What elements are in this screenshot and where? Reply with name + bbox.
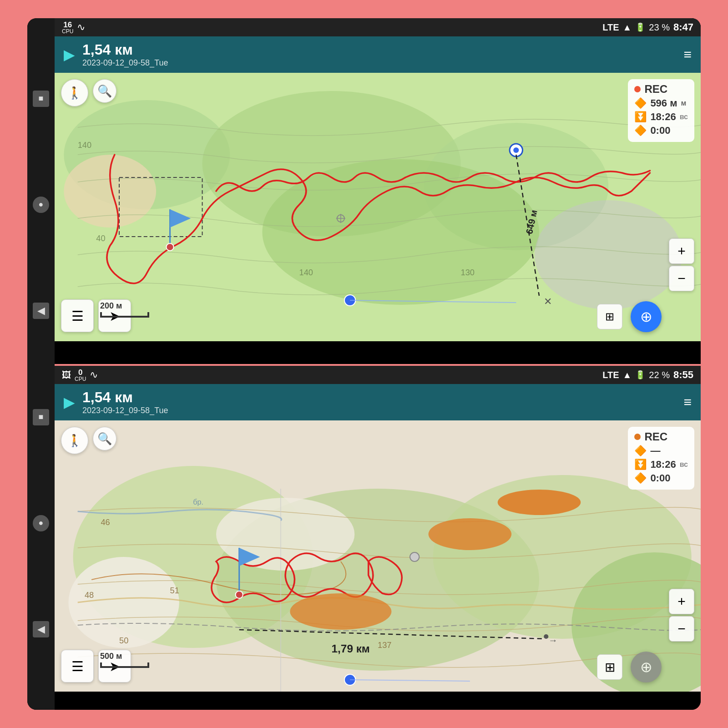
svg-text:140: 140 (78, 141, 91, 150)
map-bottom[interactable]: 48 50 51 137 46 бр. (55, 420, 701, 692)
dist-dash-bottom: — (650, 445, 660, 457)
nav-arrow-icon-bottom: ▶ (64, 394, 75, 411)
svg-point-42 (429, 518, 512, 550)
circle-button-2[interactable]: ● (33, 515, 49, 531)
time-value-top: 18:26 (650, 111, 676, 123)
bottom-screen: 🖼 0 CPU ∿ LTE ▲ 🔋 22 % 8:55 ▶ 1,54 км (55, 366, 701, 710)
date-bottom: 2023-09-12_09-58_Tue (82, 406, 168, 415)
scale-bar-top: 200 м (100, 301, 149, 318)
map-controls-tl: 🚶 🔍 (61, 79, 116, 106)
lte-label-bottom: LTE (602, 370, 619, 380)
svg-point-14 (166, 243, 173, 251)
app-header-bottom: ▶ 1,54 км 2023-09-12_09-58_Tue ≡ (55, 384, 701, 420)
status-bar-bottom: 🖼 0 CPU ∿ LTE ▲ 🔋 22 % 8:55 (55, 366, 701, 384)
svg-text:137: 137 (378, 641, 391, 650)
map-svg-top: 140 140 40 130 (55, 73, 701, 341)
lte-label: LTE (602, 22, 619, 33)
cpu-indicator: 16 CPU (62, 21, 73, 34)
battery-icon: 🔋 (635, 22, 645, 32)
distance-top: 1,54 км (82, 41, 168, 58)
zoom-out-btn-bottom[interactable]: − (669, 616, 694, 642)
back-button[interactable]: ◀ (33, 303, 49, 319)
header-menu-btn[interactable]: ≡ (683, 47, 692, 62)
time-icon-top: ⏬ (634, 111, 647, 123)
zoom-controls-bottom: + − (669, 589, 694, 642)
map-svg-bottom: 48 50 51 137 46 бр. (55, 420, 701, 692)
image-icon: 🖼 (62, 370, 71, 380)
walk-mode-btn-bottom[interactable]: 🚶 (61, 427, 88, 454)
zoom-controls-top: + − (669, 238, 694, 291)
svg-point-5 (64, 155, 156, 228)
svg-text:40: 40 (96, 234, 105, 243)
svg-text:→: → (548, 635, 557, 645)
svg-text:бр.: бр. (193, 498, 203, 506)
zoom-in-btn-top[interactable]: + (669, 238, 694, 264)
time-suffix-bottom: вс (680, 460, 688, 469)
rec-panel-top: REC 🔶 596 м м ⏬ 18:26 вс 🔶 0:00 (628, 79, 694, 142)
walk-mode-btn[interactable]: 🚶 (61, 79, 88, 106)
zoom-out-btn-top[interactable]: − (669, 266, 694, 291)
svg-text:48: 48 (85, 591, 94, 600)
clock-bottom: 8:55 (673, 369, 693, 381)
activity-icon-bottom: ∿ (90, 369, 98, 381)
timer-value-top: 0:00 (650, 125, 670, 136)
map-top[interactable]: 140 140 40 130 (55, 73, 701, 341)
time-value-bottom: 18:26 (650, 459, 676, 470)
rec-label-top: REC (644, 83, 667, 96)
signal-bars: ▲ (623, 22, 632, 33)
locate-btn-top[interactable]: ⊕ (631, 301, 662, 332)
app-header-top: ▶ 1,54 км 2023-09-12_09-58_Tue ≡ (55, 36, 701, 73)
svg-point-30 (68, 557, 179, 648)
distance-icon-bottom: 🔶 (634, 445, 647, 457)
menu-tool-btn-top[interactable]: ☰ (61, 299, 94, 332)
clock-top: 8:47 (673, 21, 693, 33)
svg-point-43 (290, 593, 391, 630)
menu-tool-btn-bottom[interactable]: ☰ (61, 650, 94, 682)
header-menu-btn-bottom[interactable]: ≡ (683, 394, 692, 410)
time-suffix-top: вс (680, 113, 688, 121)
time-icon-bottom: ⏬ (634, 459, 647, 470)
layers-btn-bottom[interactable]: ⊞ (597, 654, 622, 680)
svg-point-41 (236, 591, 243, 598)
stop-button-2[interactable]: ■ (33, 409, 49, 425)
locate-btn-bottom[interactable]: ⊕ (631, 652, 662, 682)
zoom-in-btn-bottom[interactable]: + (669, 589, 694, 614)
svg-text:✕: ✕ (544, 296, 552, 307)
date-top: 2023-09-12_09-58_Tue (82, 58, 168, 68)
svg-point-51 (498, 490, 581, 515)
status-bar-top: 16 CPU ∿ LTE ▲ 🔋 23 % 8:47 (55, 18, 701, 36)
cpu-indicator-bottom: 0 CPU (75, 369, 86, 382)
activity-icon: ∿ (77, 21, 85, 33)
signal-bars-bottom: ▲ (623, 370, 632, 380)
search-btn-bottom[interactable]: 🔍 (93, 427, 116, 450)
circle-button[interactable]: ● (33, 197, 49, 213)
distance-bottom: 1,54 км (82, 389, 168, 406)
scale-label-bottom: 500 м (100, 652, 149, 661)
battery-percent: 23 % (649, 22, 670, 33)
stop-button[interactable]: ■ (33, 91, 49, 107)
svg-point-6 (535, 200, 682, 309)
svg-text:50: 50 (119, 636, 128, 645)
dist-unit-top: м (681, 99, 686, 107)
back-button-2[interactable]: ◀ (33, 621, 49, 637)
timer-value-bottom: 0:00 (650, 472, 670, 484)
timer-icon-bottom: 🔶 (634, 472, 647, 484)
scale-label-top: 200 м (100, 301, 149, 311)
distance-icon-top: 🔶 (634, 97, 647, 109)
dist-value-top: 596 м (650, 97, 677, 109)
rec-label-bottom: REC (644, 430, 667, 443)
svg-point-44 (410, 552, 419, 561)
battery-percent-bottom: 22 % (649, 370, 670, 380)
device-screen: ■ ● ◀ ■ ● ◀ 16 CPU ∿ LTE ▲ 🔋 23 % 8:47 (27, 18, 701, 710)
top-screen: 16 CPU ∿ LTE ▲ 🔋 23 % 8:47 ▶ 1,54 км 202… (55, 18, 701, 364)
battery-icon-bottom: 🔋 (635, 370, 645, 380)
scale-bar-bottom: 500 м (100, 652, 149, 668)
search-btn[interactable]: 🔍 (93, 79, 116, 103)
layers-btn-top[interactable]: ⊞ (597, 304, 622, 329)
svg-text:1,79 км: 1,79 км (332, 642, 370, 655)
svg-text:51: 51 (170, 586, 179, 595)
map-controls-tl-bottom: 🚶 🔍 (61, 427, 116, 454)
svg-point-16 (513, 147, 519, 153)
svg-text:140: 140 (299, 268, 313, 277)
svg-point-47 (544, 634, 548, 639)
